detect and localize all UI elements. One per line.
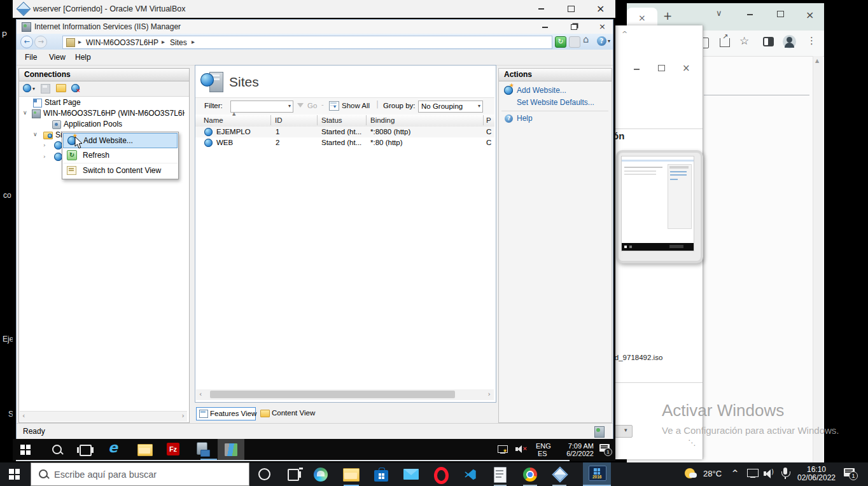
guest-file-explorer-icon[interactable] [137,444,151,455]
virtualbox-taskbar-icon[interactable] [552,466,568,482]
filter-dropdown-arrow-icon[interactable]: ▾ [288,104,291,109]
column-header-status[interactable]: Status [321,116,342,124]
expander-collapsed-icon[interactable]: › [43,142,46,148]
home-icon[interactable]: ⌂ [583,35,589,45]
filter-input[interactable]: ▾ [230,101,293,113]
scroll-left-icon[interactable]: ‹ [199,391,202,398]
volume-tray-icon[interactable]: ) [764,469,775,478]
column-header-id[interactable]: ID [275,116,283,124]
vscode-icon[interactable] [463,468,477,482]
column-header-binding[interactable]: Binding [370,116,395,124]
microphone-tray-icon[interactable] [781,468,789,479]
iis-close-button[interactable]: × [599,22,606,31]
scrollbar-thumb[interactable] [210,391,455,398]
active-vm-taskbar-button[interactable]: 2016 [583,462,611,486]
vm-preview-thumbnail[interactable] [616,150,703,263]
save-connections-icon[interactable] [41,84,50,94]
stop-icon[interactable] [569,36,580,48]
guest-volume-muted-icon[interactable]: × [515,445,527,454]
desktop-icon-label-fragment[interactable]: P [2,31,7,39]
up-level-folder-icon[interactable] [56,84,66,92]
action-add-website-link[interactable]: Add Website... [517,86,566,95]
bookmark-star-icon[interactable]: ☆ [739,36,749,46]
notepad-icon[interactable] [494,467,505,482]
chrome-close-button[interactable]: × [806,10,814,20]
create-connection-icon[interactable] [23,84,31,92]
restart-icon[interactable]: ↻ [555,36,566,48]
forward-button[interactable]: → [34,36,47,48]
iis-title-bar[interactable]: Internet Information Services (IIS) Mana… [17,20,613,34]
scrollbar-up-arrow-icon[interactable]: ▲ [815,59,819,64]
vm-maximize-button[interactable] [568,6,575,12]
new-tab-button[interactable]: + [663,11,672,22]
expander-expanded-icon[interactable]: ∨ [23,110,27,116]
guest-notification-icon[interactable]: 1 [599,444,611,454]
show-all-button[interactable]: Show All [342,102,370,109]
manager-maximize-button[interactable] [658,65,665,71]
iis-minimize-button[interactable] [542,27,548,28]
microsoft-store-icon[interactable] [374,468,388,482]
guest-network-icon[interactable]: ★ [498,445,508,454]
opera-icon[interactable] [434,467,449,484]
host-notification-icon[interactable]: 1 [844,468,857,480]
tab-close-icon[interactable]: × [638,13,646,22]
cortana-icon[interactable] [258,468,270,480]
host-file-explorer-icon[interactable] [343,468,358,480]
create-connection-dropdown-icon[interactable]: ▾ [32,87,35,92]
help-globe-icon[interactable]: ? [597,36,606,46]
window-resize-grip-icon[interactable]: ⋱ [688,439,696,447]
scroll-right-icon[interactable]: › [488,391,491,398]
manager-minimize-button[interactable] [634,69,640,70]
back-button[interactable]: ← [20,36,33,48]
action-set-website-defaults-link[interactable]: Set Website Defaults... [517,98,594,107]
menu-view[interactable]: View [49,53,66,62]
chrome-scrollbar[interactable]: ▲ [813,56,823,462]
guest-clock[interactable]: 7:09 AM6/2/2022 [557,442,594,457]
scroll-left-icon[interactable]: ‹ [22,412,25,419]
host-task-view-icon[interactable] [288,469,299,481]
iis-restore-button[interactable] [571,24,577,30]
menu-help[interactable]: Help [75,53,91,62]
menu-file[interactable]: File [25,53,37,62]
host-clock[interactable]: 16:1002/06/2022 [797,466,836,482]
breadcrumb-server-label[interactable]: WIN-M6OO3S7L6HP [86,38,158,47]
expander-expanded-icon[interactable]: ∨ [33,132,38,137]
tab-content-view[interactable]: Content View [258,407,314,419]
chrome-kebab-menu-icon[interactable]: ⋮ [807,36,816,46]
site-row-ejemplo[interactable]: EJEMPLO 1 Started (ht... *:8080 (http) C [195,127,494,137]
side-panel-icon[interactable] [763,37,774,46]
iis-manager-taskbar-button[interactable] [218,439,244,461]
chrome-minimize-button[interactable] [747,14,753,15]
guest-search-icon[interactable] [52,445,62,454]
server-manager-icon[interactable] [195,442,209,456]
column-header-name[interactable]: Name [204,116,223,124]
breadcrumb-field[interactable]: ▸ WIN-M6OO3S7L6HP ▸ Sites ▸ [62,36,552,49]
share-icon[interactable]: ↗ [720,38,730,47]
chrome-maximize-button[interactable] [777,11,784,17]
guest-start-button[interactable] [20,445,31,455]
help-dropdown-arrow-icon[interactable]: ▾ [608,39,610,44]
site-row-web[interactable]: WEB 2 Started (ht... *:80 (http) C [195,137,494,148]
tab-features-view[interactable]: Features View [196,407,256,420]
weather-icon[interactable] [685,468,697,480]
scroll-right-icon[interactable]: › [182,412,185,419]
host-search-input[interactable] [53,466,246,483]
edge-icon[interactable] [314,468,328,482]
storage-iso-file-label[interactable]: rd_9718492.iso [612,354,662,361]
host-search-box[interactable] [31,462,249,486]
host-start-button[interactable] [9,469,20,480]
go-button[interactable]: Go [307,102,317,109]
sites-h-scrollbar[interactable]: ‹ › [196,389,494,400]
column-header-path-fragment[interactable]: P [486,116,491,124]
expander-collapsed-icon[interactable]: › [43,154,46,160]
manager-combo-stub[interactable]: ▾ [615,425,633,438]
filezilla-icon[interactable]: Fz [167,443,179,455]
desktop-icon-label-fragment[interactable]: co [3,191,11,200]
action-help-link[interactable]: Help [517,114,533,123]
breadcrumb-section-label[interactable]: Sites [170,38,187,47]
manager-close-button[interactable]: × [682,64,690,73]
connections-h-scrollbar[interactable]: ‹ › [20,411,187,422]
temperature-label[interactable]: 28°C [703,469,722,478]
vm-close-button[interactable]: × [596,4,605,14]
internet-explorer-icon[interactable]: e [108,441,118,455]
